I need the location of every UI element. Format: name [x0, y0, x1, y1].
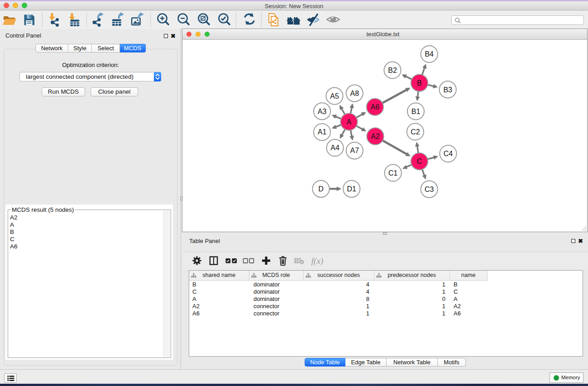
svg-text:A6: A6 — [371, 103, 380, 111]
svg-text:C1: C1 — [388, 169, 398, 177]
svg-text:D1: D1 — [347, 185, 356, 193]
svg-text:A2: A2 — [371, 133, 380, 140]
svg-text:C3: C3 — [425, 186, 434, 193]
svg-text:B2: B2 — [388, 67, 397, 74]
svg-text:A: A — [347, 118, 352, 126]
svg-text:A5: A5 — [330, 92, 339, 100]
svg-text:C2: C2 — [411, 128, 420, 136]
svg-text:A1: A1 — [318, 128, 327, 136]
svg-text:A3: A3 — [318, 108, 327, 115]
svg-text:A8: A8 — [350, 90, 359, 97]
svg-text:B1: B1 — [411, 108, 421, 115]
svg-text:B: B — [417, 79, 422, 87]
svg-text:B3: B3 — [443, 86, 452, 94]
svg-text:D: D — [318, 185, 324, 193]
svg-text:C4: C4 — [444, 150, 453, 157]
svg-text:C: C — [417, 157, 422, 165]
svg-text:A4: A4 — [330, 144, 339, 152]
svg-text:B4: B4 — [425, 50, 434, 58]
svg-text:A7: A7 — [350, 147, 359, 154]
svg-text:f(x): f(x) — [311, 256, 323, 266]
